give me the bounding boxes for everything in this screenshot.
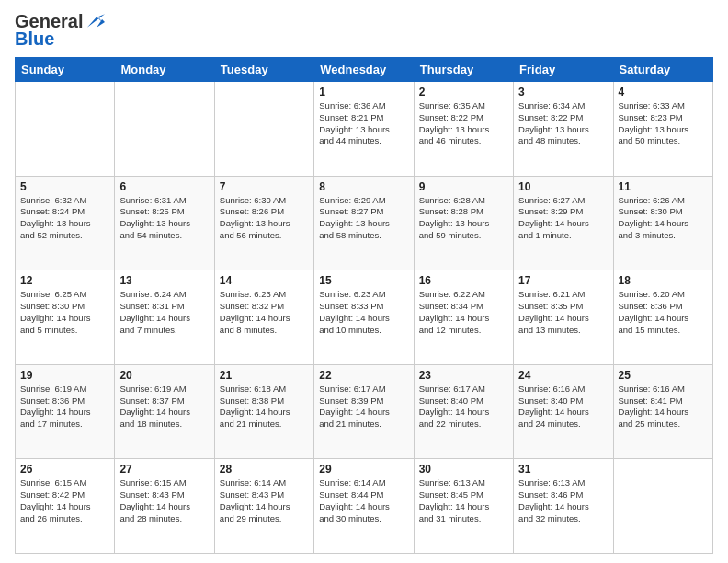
day-number: 28 bbox=[220, 463, 309, 476]
col-header-tuesday: Tuesday bbox=[214, 58, 313, 82]
day-info: Sunrise: 6:17 AM Sunset: 8:39 PM Dayligh… bbox=[319, 384, 408, 431]
calendar-week-row: 26Sunrise: 6:15 AM Sunset: 8:42 PM Dayli… bbox=[16, 459, 713, 554]
calendar-header-row: SundayMondayTuesdayWednesdayThursdayFrid… bbox=[16, 58, 713, 82]
calendar-cell: 1Sunrise: 6:36 AM Sunset: 8:21 PM Daylig… bbox=[314, 82, 414, 177]
calendar-week-row: 1Sunrise: 6:36 AM Sunset: 8:21 PM Daylig… bbox=[16, 82, 713, 177]
calendar-cell: 5Sunrise: 6:32 AM Sunset: 8:24 PM Daylig… bbox=[16, 176, 115, 270]
day-info: Sunrise: 6:19 AM Sunset: 8:37 PM Dayligh… bbox=[119, 384, 209, 431]
calendar-cell bbox=[115, 82, 214, 177]
day-info: Sunrise: 6:24 AM Sunset: 8:31 PM Dayligh… bbox=[119, 289, 209, 336]
calendar-week-row: 19Sunrise: 6:19 AM Sunset: 8:36 PM Dayli… bbox=[16, 364, 713, 459]
day-number: 30 bbox=[419, 463, 508, 476]
calendar-cell: 23Sunrise: 6:17 AM Sunset: 8:40 PM Dayli… bbox=[414, 364, 513, 459]
day-number: 5 bbox=[20, 180, 109, 193]
calendar-cell: 17Sunrise: 6:21 AM Sunset: 8:35 PM Dayli… bbox=[514, 270, 613, 365]
day-number: 19 bbox=[20, 369, 109, 382]
day-number: 2 bbox=[419, 86, 508, 98]
calendar-cell: 20Sunrise: 6:19 AM Sunset: 8:37 PM Dayli… bbox=[115, 364, 214, 459]
calendar-cell: 19Sunrise: 6:19 AM Sunset: 8:36 PM Dayli… bbox=[16, 364, 115, 459]
calendar-cell: 29Sunrise: 6:14 AM Sunset: 8:44 PM Dayli… bbox=[314, 459, 414, 554]
col-header-thursday: Thursday bbox=[414, 58, 513, 82]
day-info: Sunrise: 6:18 AM Sunset: 8:38 PM Dayligh… bbox=[220, 384, 309, 431]
day-info: Sunrise: 6:25 AM Sunset: 8:30 PM Dayligh… bbox=[20, 289, 109, 336]
day-info: Sunrise: 6:15 AM Sunset: 8:42 PM Dayligh… bbox=[20, 477, 109, 524]
calendar-cell: 27Sunrise: 6:15 AM Sunset: 8:43 PM Dayli… bbox=[115, 459, 214, 554]
day-number: 20 bbox=[119, 369, 209, 382]
day-number: 12 bbox=[20, 274, 109, 287]
calendar-week-row: 12Sunrise: 6:25 AM Sunset: 8:30 PM Dayli… bbox=[16, 270, 713, 365]
calendar-cell bbox=[613, 459, 712, 554]
calendar-cell: 31Sunrise: 6:13 AM Sunset: 8:46 PM Dayli… bbox=[514, 459, 613, 554]
day-info: Sunrise: 6:23 AM Sunset: 8:32 PM Dayligh… bbox=[220, 289, 309, 336]
col-header-saturday: Saturday bbox=[613, 58, 712, 82]
calendar-cell: 6Sunrise: 6:31 AM Sunset: 8:25 PM Daylig… bbox=[115, 176, 214, 270]
calendar-cell: 30Sunrise: 6:13 AM Sunset: 8:45 PM Dayli… bbox=[414, 459, 513, 554]
day-number: 8 bbox=[319, 180, 408, 193]
day-number: 4 bbox=[619, 86, 708, 98]
day-number: 26 bbox=[20, 463, 109, 476]
calendar-cell: 3Sunrise: 6:34 AM Sunset: 8:22 PM Daylig… bbox=[514, 82, 613, 177]
day-number: 1 bbox=[319, 86, 408, 98]
day-info: Sunrise: 6:16 AM Sunset: 8:40 PM Dayligh… bbox=[518, 384, 608, 431]
col-header-monday: Monday bbox=[115, 58, 214, 82]
calendar-cell: 8Sunrise: 6:29 AM Sunset: 8:27 PM Daylig… bbox=[314, 176, 414, 270]
calendar-cell bbox=[16, 82, 115, 177]
day-info: Sunrise: 6:22 AM Sunset: 8:34 PM Dayligh… bbox=[419, 289, 508, 336]
logo: General Blue bbox=[15, 11, 105, 50]
day-info: Sunrise: 6:29 AM Sunset: 8:27 PM Dayligh… bbox=[319, 195, 408, 242]
day-info: Sunrise: 6:20 AM Sunset: 8:36 PM Dayligh… bbox=[619, 289, 708, 336]
day-info: Sunrise: 6:26 AM Sunset: 8:30 PM Dayligh… bbox=[619, 195, 708, 242]
calendar-cell: 24Sunrise: 6:16 AM Sunset: 8:40 PM Dayli… bbox=[514, 364, 613, 459]
day-number: 27 bbox=[119, 463, 209, 476]
calendar-week-row: 5Sunrise: 6:32 AM Sunset: 8:24 PM Daylig… bbox=[16, 176, 713, 270]
calendar-cell: 22Sunrise: 6:17 AM Sunset: 8:39 PM Dayli… bbox=[314, 364, 414, 459]
day-info: Sunrise: 6:32 AM Sunset: 8:24 PM Dayligh… bbox=[20, 195, 109, 242]
day-number: 18 bbox=[619, 274, 708, 287]
calendar-cell: 15Sunrise: 6:23 AM Sunset: 8:33 PM Dayli… bbox=[314, 270, 414, 365]
day-number: 10 bbox=[518, 180, 608, 193]
calendar-cell: 4Sunrise: 6:33 AM Sunset: 8:23 PM Daylig… bbox=[613, 82, 712, 177]
day-info: Sunrise: 6:34 AM Sunset: 8:22 PM Dayligh… bbox=[518, 100, 608, 147]
header: General Blue bbox=[15, 11, 713, 50]
day-info: Sunrise: 6:14 AM Sunset: 8:43 PM Dayligh… bbox=[220, 477, 309, 524]
day-number: 25 bbox=[619, 369, 708, 382]
day-number: 31 bbox=[518, 463, 608, 476]
day-info: Sunrise: 6:14 AM Sunset: 8:44 PM Dayligh… bbox=[319, 477, 408, 524]
calendar-cell: 7Sunrise: 6:30 AM Sunset: 8:26 PM Daylig… bbox=[214, 176, 313, 270]
calendar-cell: 2Sunrise: 6:35 AM Sunset: 8:22 PM Daylig… bbox=[414, 82, 513, 177]
calendar-cell: 10Sunrise: 6:27 AM Sunset: 8:29 PM Dayli… bbox=[514, 176, 613, 270]
day-info: Sunrise: 6:28 AM Sunset: 8:28 PM Dayligh… bbox=[419, 195, 508, 242]
day-number: 24 bbox=[518, 369, 608, 382]
calendar-cell: 11Sunrise: 6:26 AM Sunset: 8:30 PM Dayli… bbox=[613, 176, 712, 270]
day-info: Sunrise: 6:19 AM Sunset: 8:36 PM Dayligh… bbox=[20, 384, 109, 431]
calendar-cell: 9Sunrise: 6:28 AM Sunset: 8:28 PM Daylig… bbox=[414, 176, 513, 270]
day-info: Sunrise: 6:31 AM Sunset: 8:25 PM Dayligh… bbox=[119, 195, 209, 242]
day-info: Sunrise: 6:33 AM Sunset: 8:23 PM Dayligh… bbox=[619, 100, 708, 147]
day-number: 21 bbox=[220, 369, 309, 382]
calendar-cell: 18Sunrise: 6:20 AM Sunset: 8:36 PM Dayli… bbox=[613, 270, 712, 365]
col-header-sunday: Sunday bbox=[16, 58, 115, 82]
calendar-cell: 13Sunrise: 6:24 AM Sunset: 8:31 PM Dayli… bbox=[115, 270, 214, 365]
day-number: 17 bbox=[518, 274, 608, 287]
calendar-cell: 25Sunrise: 6:16 AM Sunset: 8:41 PM Dayli… bbox=[613, 364, 712, 459]
calendar-cell: 14Sunrise: 6:23 AM Sunset: 8:32 PM Dayli… bbox=[214, 270, 313, 365]
day-number: 3 bbox=[518, 86, 608, 98]
day-info: Sunrise: 6:23 AM Sunset: 8:33 PM Dayligh… bbox=[319, 289, 408, 336]
day-number: 23 bbox=[419, 369, 508, 382]
day-number: 22 bbox=[319, 369, 408, 382]
day-info: Sunrise: 6:17 AM Sunset: 8:40 PM Dayligh… bbox=[419, 384, 508, 431]
calendar-cell: 21Sunrise: 6:18 AM Sunset: 8:38 PM Dayli… bbox=[214, 364, 313, 459]
day-number: 11 bbox=[619, 180, 708, 193]
calendar-cell: 26Sunrise: 6:15 AM Sunset: 8:42 PM Dayli… bbox=[16, 459, 115, 554]
logo-icon bbox=[85, 12, 105, 32]
day-number: 6 bbox=[119, 180, 209, 193]
day-number: 13 bbox=[119, 274, 209, 287]
calendar-cell: 12Sunrise: 6:25 AM Sunset: 8:30 PM Dayli… bbox=[16, 270, 115, 365]
day-info: Sunrise: 6:36 AM Sunset: 8:21 PM Dayligh… bbox=[319, 100, 408, 147]
day-info: Sunrise: 6:16 AM Sunset: 8:41 PM Dayligh… bbox=[619, 384, 708, 431]
day-number: 29 bbox=[319, 463, 408, 476]
day-number: 9 bbox=[419, 180, 508, 193]
day-number: 16 bbox=[419, 274, 508, 287]
calendar-table: SundayMondayTuesdayWednesdayThursdayFrid… bbox=[15, 57, 713, 554]
calendar-page: General Blue SundayMondayTuesdayWednesda… bbox=[0, 0, 728, 563]
